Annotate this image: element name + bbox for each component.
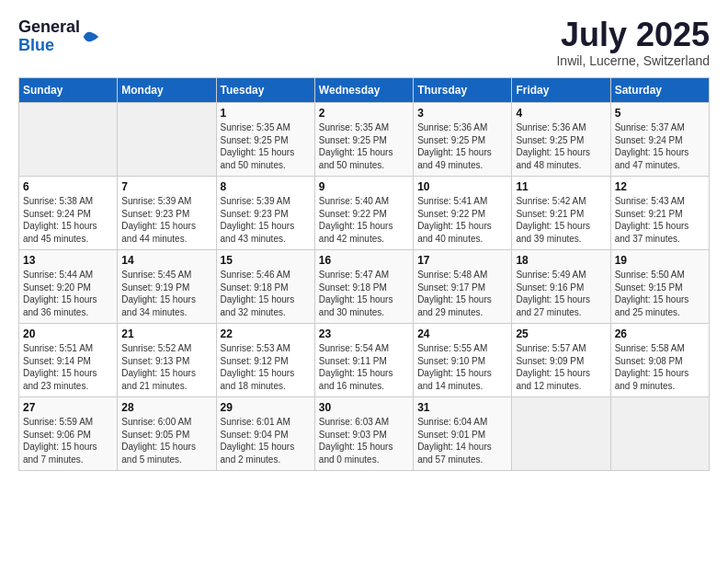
day-info: Sunrise: 5:57 AM Sunset: 9:09 PM Dayligh… [516,342,606,392]
day-number: 22 [221,327,311,340]
day-info: Sunrise: 5:38 AM Sunset: 9:24 PM Dayligh… [23,195,113,245]
calendar-cell [610,397,709,471]
weekday-header-monday: Monday [118,78,216,103]
day-number: 6 [23,180,113,193]
day-info: Sunrise: 5:35 AM Sunset: 9:25 PM Dayligh… [319,121,409,171]
calendar-cell: 26Sunrise: 5:58 AM Sunset: 9:08 PM Dayli… [610,324,709,397]
day-number: 11 [516,180,606,193]
day-number: 28 [121,401,211,414]
weekday-header-row: SundayMondayTuesdayWednesdayThursdayFrid… [19,78,710,103]
day-info: Sunrise: 6:04 AM Sunset: 9:01 PM Dayligh… [417,416,507,465]
day-number: 26 [615,327,705,340]
day-info: Sunrise: 5:39 AM Sunset: 9:23 PM Dayligh… [221,195,311,245]
day-info: Sunrise: 6:00 AM Sunset: 9:05 PM Dayligh… [121,416,211,465]
weekday-header-tuesday: Tuesday [216,78,314,103]
calendar-cell: 18Sunrise: 5:49 AM Sunset: 9:16 PM Dayli… [512,250,610,324]
day-number: 17 [417,254,507,267]
calendar-cell: 5Sunrise: 5:37 AM Sunset: 9:24 PM Daylig… [610,103,709,177]
day-info: Sunrise: 5:58 AM Sunset: 9:08 PM Dayligh… [615,342,705,392]
day-number: 3 [417,107,507,120]
day-info: Sunrise: 5:47 AM Sunset: 9:18 PM Dayligh… [319,269,409,318]
week-row-4: 20Sunrise: 5:51 AM Sunset: 9:14 PM Dayli… [19,324,710,397]
calendar-cell: 8Sunrise: 5:39 AM Sunset: 9:23 PM Daylig… [216,177,314,250]
calendar-cell: 16Sunrise: 5:47 AM Sunset: 9:18 PM Dayli… [314,250,413,324]
day-info: Sunrise: 5:46 AM Sunset: 9:18 PM Dayligh… [221,269,311,318]
day-info: Sunrise: 5:37 AM Sunset: 9:24 PM Dayligh… [615,121,705,171]
day-number: 15 [221,254,311,267]
calendar-cell: 25Sunrise: 5:57 AM Sunset: 9:09 PM Dayli… [512,324,610,397]
week-row-5: 27Sunrise: 5:59 AM Sunset: 9:06 PM Dayli… [19,397,710,471]
day-number: 27 [23,401,113,414]
day-number: 12 [615,180,705,193]
calendar-cell: 3Sunrise: 5:36 AM Sunset: 9:25 PM Daylig… [414,103,512,177]
calendar-cell: 27Sunrise: 5:59 AM Sunset: 9:06 PM Dayli… [19,397,118,471]
calendar-cell: 19Sunrise: 5:50 AM Sunset: 9:15 PM Dayli… [610,250,709,324]
day-number: 2 [319,107,409,120]
calendar-cell: 29Sunrise: 6:01 AM Sunset: 9:04 PM Dayli… [216,397,314,471]
day-info: Sunrise: 5:41 AM Sunset: 9:22 PM Dayligh… [417,195,507,245]
day-number: 13 [23,254,113,267]
day-info: Sunrise: 5:42 AM Sunset: 9:21 PM Dayligh… [516,195,606,245]
day-number: 16 [319,254,409,267]
month-title: July 2025 [556,18,710,52]
day-number: 9 [319,180,409,193]
day-info: Sunrise: 5:36 AM Sunset: 9:25 PM Dayligh… [417,121,507,171]
calendar-cell: 11Sunrise: 5:42 AM Sunset: 9:21 PM Dayli… [512,177,610,250]
calendar-cell [19,103,118,177]
week-row-2: 6Sunrise: 5:38 AM Sunset: 9:24 PM Daylig… [19,177,710,250]
day-number: 10 [417,180,507,193]
week-row-1: 1Sunrise: 5:35 AM Sunset: 9:25 PM Daylig… [19,103,710,177]
day-info: Sunrise: 5:48 AM Sunset: 9:17 PM Dayligh… [417,269,507,318]
day-info: Sunrise: 6:03 AM Sunset: 9:03 PM Dayligh… [319,416,409,465]
day-number: 24 [417,327,507,340]
day-info: Sunrise: 5:35 AM Sunset: 9:25 PM Dayligh… [221,121,311,171]
calendar-cell: 2Sunrise: 5:35 AM Sunset: 9:25 PM Daylig… [314,103,413,177]
day-info: Sunrise: 5:44 AM Sunset: 9:20 PM Dayligh… [23,269,113,318]
calendar-cell [118,103,216,177]
day-number: 18 [516,254,606,267]
calendar-table: SundayMondayTuesdayWednesdayThursdayFrid… [18,77,710,471]
logo: General Blue [18,18,100,55]
day-number: 29 [221,401,311,414]
calendar-cell: 24Sunrise: 5:55 AM Sunset: 9:10 PM Dayli… [414,324,512,397]
day-info: Sunrise: 5:36 AM Sunset: 9:25 PM Dayligh… [516,121,606,171]
calendar-cell: 6Sunrise: 5:38 AM Sunset: 9:24 PM Daylig… [19,177,118,250]
calendar-cell: 10Sunrise: 5:41 AM Sunset: 9:22 PM Dayli… [414,177,512,250]
day-number: 25 [516,327,606,340]
location: Inwil, Lucerne, Switzerland [556,53,710,68]
day-info: Sunrise: 5:54 AM Sunset: 9:11 PM Dayligh… [319,342,409,392]
weekday-header-sunday: Sunday [19,78,118,103]
day-number: 20 [23,327,113,340]
calendar-cell: 9Sunrise: 5:40 AM Sunset: 9:22 PM Daylig… [314,177,413,250]
day-info: Sunrise: 5:40 AM Sunset: 9:22 PM Dayligh… [319,195,409,245]
day-number: 8 [221,180,311,193]
title-block: July 2025 Inwil, Lucerne, Switzerland [556,18,710,68]
calendar-cell: 31Sunrise: 6:04 AM Sunset: 9:01 PM Dayli… [414,397,512,471]
calendar-cell: 20Sunrise: 5:51 AM Sunset: 9:14 PM Dayli… [19,324,118,397]
logo-blue: Blue [18,36,54,54]
day-info: Sunrise: 5:49 AM Sunset: 9:16 PM Dayligh… [516,269,606,318]
day-info: Sunrise: 5:51 AM Sunset: 9:14 PM Dayligh… [23,342,113,392]
day-info: Sunrise: 6:01 AM Sunset: 9:04 PM Dayligh… [221,416,311,465]
calendar-cell: 30Sunrise: 6:03 AM Sunset: 9:03 PM Dayli… [314,397,413,471]
day-number: 30 [319,401,409,414]
calendar-cell: 13Sunrise: 5:44 AM Sunset: 9:20 PM Dayli… [19,250,118,324]
calendar-cell [512,397,610,471]
day-info: Sunrise: 5:55 AM Sunset: 9:10 PM Dayligh… [417,342,507,392]
week-row-3: 13Sunrise: 5:44 AM Sunset: 9:20 PM Dayli… [19,250,710,324]
day-number: 21 [121,327,211,340]
calendar-cell: 7Sunrise: 5:39 AM Sunset: 9:23 PM Daylig… [118,177,216,250]
day-number: 4 [516,107,606,120]
weekday-header-friday: Friday [512,78,610,103]
day-info: Sunrise: 5:52 AM Sunset: 9:13 PM Dayligh… [121,342,211,392]
day-number: 5 [615,107,705,120]
weekday-header-wednesday: Wednesday [314,78,413,103]
weekday-header-saturday: Saturday [610,78,709,103]
logo-general: General [18,17,80,36]
day-info: Sunrise: 5:39 AM Sunset: 9:23 PM Dayligh… [121,195,211,245]
day-info: Sunrise: 5:43 AM Sunset: 9:21 PM Dayligh… [615,195,705,245]
day-number: 23 [319,327,409,340]
day-number: 19 [615,254,705,267]
calendar-cell: 22Sunrise: 5:53 AM Sunset: 9:12 PM Dayli… [216,324,314,397]
calendar-cell: 1Sunrise: 5:35 AM Sunset: 9:25 PM Daylig… [216,103,314,177]
